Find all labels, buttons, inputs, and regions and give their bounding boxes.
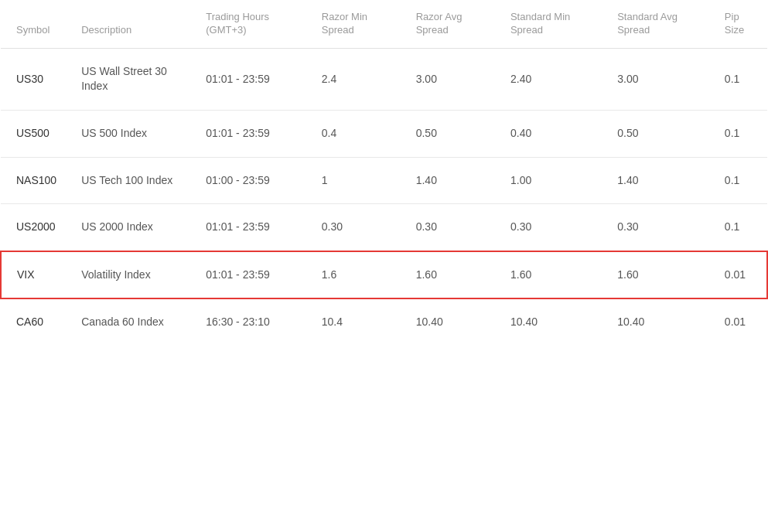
cell-trading_hours: 01:00 - 23:59 [190, 157, 306, 204]
table-row: CA60Canada 60 Index16:30 - 23:1010.410.4… [1, 298, 767, 346]
cell-symbol: VIX [1, 251, 66, 299]
trading-table: SymbolDescriptionTrading Hours (GMT+3)Ra… [0, 0, 768, 346]
col-header-razor_avg_spread: Razor Avg Spread [401, 0, 495, 48]
trading-table-container: SymbolDescriptionTrading Hours (GMT+3)Ra… [0, 0, 768, 346]
table-row: US500US 500 Index01:01 - 23:590.40.500.4… [1, 110, 767, 157]
cell-standard_avg_spread: 1.60 [602, 251, 709, 299]
table-row: VIXVolatility Index01:01 - 23:591.61.601… [1, 251, 767, 299]
cell-description: US Tech 100 Index [66, 157, 190, 204]
cell-pip_size: 0.01 [709, 251, 767, 299]
cell-symbol: US2000 [1, 204, 66, 251]
cell-razor_avg_spread: 3.00 [401, 48, 495, 110]
cell-pip_size: 0.01 [709, 298, 767, 346]
cell-pip_size: 0.1 [709, 48, 767, 110]
cell-symbol: CA60 [1, 298, 66, 346]
col-header-description: Description [66, 0, 190, 48]
cell-symbol: NAS100 [1, 157, 66, 204]
cell-description: US 2000 Index [66, 204, 190, 251]
cell-standard_min_spread: 10.40 [495, 298, 602, 346]
col-header-standard_min_spread: Standard Min Spread [495, 0, 602, 48]
cell-symbol: US30 [1, 48, 66, 110]
cell-razor_min_spread: 10.4 [306, 298, 401, 346]
cell-trading_hours: 01:01 - 23:59 [190, 48, 306, 110]
cell-razor_avg_spread: 1.40 [401, 157, 495, 204]
cell-standard_avg_spread: 0.30 [602, 204, 709, 251]
cell-trading_hours: 01:01 - 23:59 [190, 110, 306, 157]
cell-pip_size: 0.1 [709, 110, 767, 157]
cell-trading_hours: 16:30 - 23:10 [190, 298, 306, 346]
cell-razor_min_spread: 0.4 [306, 110, 401, 157]
cell-standard_avg_spread: 3.00 [602, 48, 709, 110]
col-header-trading_hours: Trading Hours (GMT+3) [190, 0, 306, 48]
cell-standard_min_spread: 2.40 [495, 48, 602, 110]
cell-razor_min_spread: 1 [306, 157, 401, 204]
col-header-razor_min_spread: Razor Min Spread [306, 0, 401, 48]
cell-standard_min_spread: 0.30 [495, 204, 602, 251]
cell-standard_min_spread: 1.00 [495, 157, 602, 204]
cell-symbol: US500 [1, 110, 66, 157]
cell-standard_avg_spread: 10.40 [602, 298, 709, 346]
table-row: NAS100US Tech 100 Index01:00 - 23:5911.4… [1, 157, 767, 204]
cell-description: Canada 60 Index [66, 298, 190, 346]
cell-razor_min_spread: 1.6 [306, 251, 401, 299]
cell-description: US 500 Index [66, 110, 190, 157]
cell-razor_min_spread: 2.4 [306, 48, 401, 110]
cell-razor_min_spread: 0.30 [306, 204, 401, 251]
table-header-row: SymbolDescriptionTrading Hours (GMT+3)Ra… [1, 0, 767, 48]
cell-standard_avg_spread: 0.50 [602, 110, 709, 157]
cell-pip_size: 0.1 [709, 157, 767, 204]
cell-description: Volatility Index [66, 251, 190, 299]
cell-description: US Wall Street 30 Index [66, 48, 190, 110]
cell-razor_avg_spread: 1.60 [401, 251, 495, 299]
col-header-standard_avg_spread: Standard Avg Spread [602, 0, 709, 48]
col-header-symbol: Symbol [1, 0, 66, 48]
cell-standard_min_spread: 0.40 [495, 110, 602, 157]
cell-pip_size: 0.1 [709, 204, 767, 251]
cell-razor_avg_spread: 10.40 [401, 298, 495, 346]
col-header-pip_size: Pip Size [709, 0, 767, 48]
cell-standard_avg_spread: 1.40 [602, 157, 709, 204]
table-row: US30US Wall Street 30 Index01:01 - 23:59… [1, 48, 767, 110]
table-row: US2000US 2000 Index01:01 - 23:590.300.30… [1, 204, 767, 251]
cell-trading_hours: 01:01 - 23:59 [190, 251, 306, 299]
cell-standard_min_spread: 1.60 [495, 251, 602, 299]
cell-razor_avg_spread: 0.50 [401, 110, 495, 157]
cell-trading_hours: 01:01 - 23:59 [190, 204, 306, 251]
cell-razor_avg_spread: 0.30 [401, 204, 495, 251]
